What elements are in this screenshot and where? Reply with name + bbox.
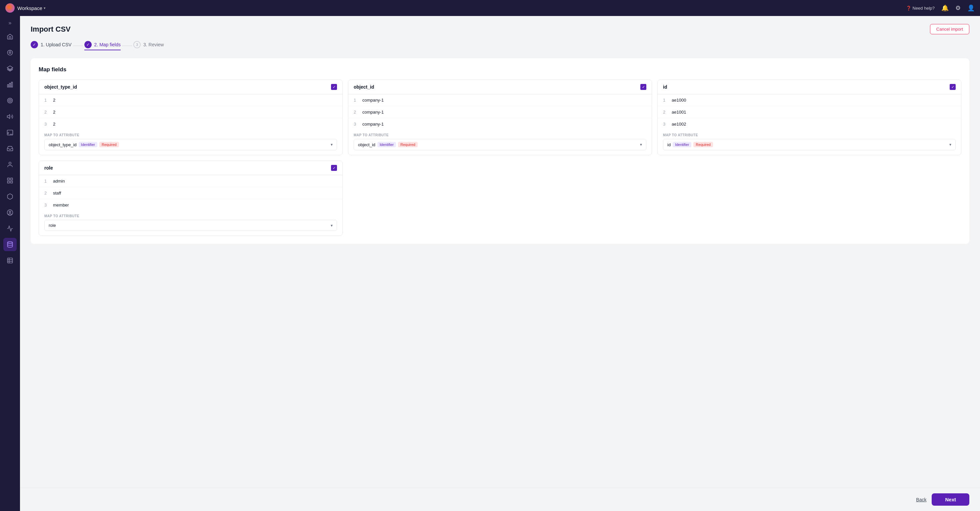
row-num: 1 — [663, 98, 668, 103]
field-name-role: role — [45, 165, 53, 171]
step-2[interactable]: ✓ 2. Map fields — [84, 41, 121, 50]
svg-rect-16 — [11, 181, 13, 183]
field-card-object-id: object_id ✓ 1 company-1 2 company-1 3 co… — [348, 79, 652, 155]
field-row-role-2: 2 staff — [39, 187, 342, 199]
sidebar-item-cube[interactable] — [3, 190, 17, 203]
map-to-attr-role: MAP TO ATTRIBUTE role ▾ — [39, 211, 342, 235]
field-checkbox-3[interactable]: ✓ — [950, 84, 956, 90]
map-fields-section: Map fields object_type_id ✓ 1 2 2 2 — [31, 58, 969, 244]
next-button[interactable]: Next — [932, 494, 969, 506]
field-card-role: role ✓ 1 admin 2 staff 3 member — [39, 160, 343, 236]
map-select-left-1: object_type_id Identifier Required — [49, 142, 119, 147]
field-row-role-1: 1 admin — [39, 175, 342, 187]
back-button[interactable]: Back — [916, 497, 926, 502]
field-rows-2: 1 company-1 2 company-1 3 company-1 — [348, 94, 652, 130]
help-icon: ❓ — [906, 6, 912, 11]
sidebar-item-person[interactable] — [3, 158, 17, 171]
select-chevron-role: ▾ — [331, 223, 332, 228]
map-select-3[interactable]: id Identifier Required ▾ — [663, 139, 956, 150]
cancel-import-button[interactable]: Cancel import — [930, 24, 969, 34]
notification-icon[interactable]: 🔔 — [941, 4, 949, 12]
user-icon[interactable]: 👤 — [967, 4, 975, 12]
map-label-3: MAP TO ATTRIBUTE — [663, 133, 956, 137]
map-to-attr-3: MAP TO ATTRIBUTE id Identifier Required … — [658, 130, 961, 155]
badge-identifier-1: Identifier — [79, 142, 97, 147]
map-select-role[interactable]: role ▾ — [45, 220, 337, 231]
sidebar-item-activity[interactable] — [3, 222, 17, 235]
badge-required-3: Required — [693, 142, 713, 147]
sidebar-item-chart[interactable] — [3, 78, 17, 91]
map-select-1[interactable]: object_type_id Identifier Required ▾ — [45, 139, 337, 150]
help-link[interactable]: ❓ Need help? — [906, 6, 935, 11]
page-title: Import CSV — [31, 25, 71, 33]
step-3-label: 3. Review — [143, 42, 164, 47]
field-row-2-1: 1 company-1 — [348, 94, 652, 106]
workspace-label: Workspace — [18, 5, 42, 11]
sidebar-item-table[interactable] — [3, 254, 17, 267]
svg-rect-5 — [10, 83, 10, 87]
sidebar-expand-btn[interactable]: » — [9, 20, 12, 26]
field-row-1-3: 3 2 — [39, 118, 342, 130]
map-label-1: MAP TO ATTRIBUTE — [45, 133, 337, 137]
select-chevron-2: ▾ — [640, 142, 642, 147]
field-row-3-2: 2 ae1001 — [658, 106, 961, 118]
step-1-label: 1. Upload CSV — [41, 42, 72, 47]
step-3-circle: 3 — [133, 41, 141, 48]
row-num: 3 — [354, 122, 358, 127]
svg-point-1 — [10, 52, 11, 54]
help-label: Need help? — [913, 6, 935, 11]
svg-marker-10 — [7, 114, 10, 119]
sidebar-item-inbox[interactable] — [3, 142, 17, 155]
row-num: 2 — [45, 190, 49, 195]
field-checkbox-role[interactable]: ✓ — [331, 165, 337, 171]
svg-rect-6 — [11, 82, 12, 87]
row-num: 3 — [663, 122, 668, 127]
select-value-1: object_type_id — [49, 142, 77, 147]
field-rows-role: 1 admin 2 staff 3 member — [39, 175, 342, 211]
sidebar-item-layers[interactable] — [3, 62, 17, 75]
map-label-role: MAP TO ATTRIBUTE — [45, 214, 337, 218]
settings-icon[interactable]: ⚙ — [955, 4, 961, 12]
sidebar-item-terminal[interactable] — [3, 126, 17, 139]
section-title: Map fields — [39, 66, 961, 73]
field-card-id: id ✓ 1 ae1000 2 ae1001 3 ae1002 — [657, 79, 961, 155]
step-1[interactable]: ✓ 1. Upload CSV — [31, 41, 72, 50]
sidebar: » — [0, 16, 20, 511]
map-select-2[interactable]: object_id Identifier Required ▾ — [354, 139, 646, 150]
badge-identifier-3: Identifier — [673, 142, 691, 147]
select-value-2: object_id — [358, 142, 375, 147]
svg-rect-4 — [8, 85, 9, 87]
svg-point-13 — [9, 162, 11, 165]
svg-rect-15 — [11, 178, 13, 180]
field-row-3-3: 3 ae1002 — [658, 118, 961, 130]
select-chevron-1: ▾ — [331, 142, 332, 147]
select-chevron-3: ▾ — [949, 142, 951, 147]
sidebar-item-target[interactable] — [3, 94, 17, 107]
row-val: staff — [53, 190, 61, 195]
field-card-header-role: role ✓ — [39, 161, 342, 175]
field-card-header-2: object_id ✓ — [348, 80, 652, 94]
topbar: Workspace ▾ ❓ Need help? 🔔 ⚙ 👤 — [0, 0, 980, 16]
field-checkbox-1[interactable]: ✓ — [331, 84, 337, 90]
row-val: company-1 — [362, 98, 383, 103]
row-num: 1 — [45, 98, 49, 103]
step-3[interactable]: 3 3. Review — [133, 41, 164, 50]
field-row-2-3: 3 company-1 — [348, 118, 652, 130]
sidebar-item-database[interactable] — [3, 238, 17, 251]
sidebar-item-user-circle[interactable] — [3, 206, 17, 219]
field-card-header-1: object_type_id ✓ — [39, 80, 342, 94]
field-card-header-3: id ✓ — [658, 80, 961, 94]
fields-grid-bottom: role ✓ 1 admin 2 staff 3 member — [39, 160, 961, 236]
main-content: Import CSV Cancel import ✓ 1. Upload CSV… — [20, 16, 980, 511]
sidebar-item-building[interactable] — [3, 174, 17, 187]
sidebar-item-home[interactable] — [3, 30, 17, 43]
field-checkbox-2[interactable]: ✓ — [640, 84, 646, 90]
sidebar-item-megaphone[interactable] — [3, 110, 17, 123]
svg-point-19 — [10, 211, 11, 213]
svg-point-20 — [8, 242, 13, 243]
field-card-object-type-id: object_type_id ✓ 1 2 2 2 3 2 — [39, 79, 343, 155]
sidebar-item-dashboard[interactable] — [3, 46, 17, 59]
workspace-selector[interactable]: Workspace ▾ — [18, 5, 46, 11]
map-select-left-3: id Identifier Required — [667, 142, 713, 147]
field-name-1: object_type_id — [45, 84, 77, 90]
